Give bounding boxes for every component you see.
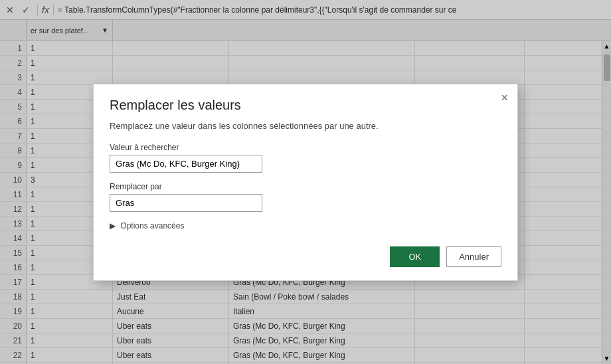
replace-label: Remplacer par bbox=[110, 182, 501, 191]
chevron-right-icon: ▶ bbox=[110, 221, 116, 230]
dialog-overlay: × Remplacer les valeurs Remplacez une va… bbox=[0, 0, 611, 364]
cancel-button[interactable]: Annuler bbox=[446, 246, 501, 267]
dialog-buttons: OK Annuler bbox=[110, 246, 501, 267]
ok-button[interactable]: OK bbox=[390, 246, 440, 267]
dialog-close-button[interactable]: × bbox=[501, 91, 508, 105]
search-label: Valeur à rechercher bbox=[110, 143, 501, 152]
replace-input[interactable] bbox=[110, 194, 262, 212]
dialog-description: Remplacez une valeur dans les colonnes s… bbox=[110, 121, 501, 131]
dialog-title: Remplacer les valeurs bbox=[110, 98, 501, 113]
advanced-options-label: Options avancées bbox=[120, 221, 184, 230]
advanced-options-toggle[interactable]: ▶ Options avancées bbox=[110, 221, 501, 230]
search-input[interactable] bbox=[110, 155, 262, 173]
replace-values-dialog: × Remplacer les valeurs Remplacez une va… bbox=[93, 84, 518, 281]
